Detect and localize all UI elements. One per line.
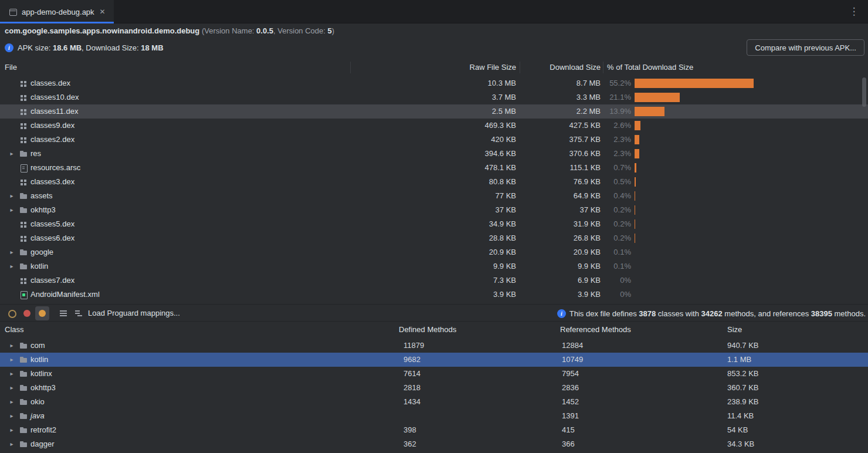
chevron-right-icon[interactable]: ▸ bbox=[8, 339, 16, 353]
download-percent-value: 0% bbox=[620, 288, 631, 302]
class-table-row[interactable]: ▸ retrofit2 398 415 54 KB bbox=[0, 423, 868, 437]
file-table-row[interactable]: ▸ google 20.9 KB 20.9 KB 0.1% bbox=[0, 245, 868, 259]
column-header-raw-file-size[interactable]: Raw File Size bbox=[470, 60, 516, 75]
download-percent-value: 2.3% bbox=[613, 133, 631, 147]
size-value: 1.1 MB bbox=[727, 353, 751, 367]
download-size-value: 64.9 KB bbox=[574, 189, 601, 203]
defined-methods-value: 398 bbox=[404, 423, 416, 437]
raw-file-size-value: 3.7 MB bbox=[492, 90, 516, 104]
classes-count: 3878 bbox=[639, 309, 656, 318]
info-icon: i bbox=[557, 309, 566, 318]
download-size-value: 9.9 KB bbox=[578, 259, 601, 273]
collapse-all-button[interactable] bbox=[72, 306, 86, 320]
chevron-right-icon[interactable]: ▸ bbox=[8, 395, 16, 409]
download-size-value: 18 MB bbox=[141, 43, 163, 52]
chevron-right-icon[interactable]: ▸ bbox=[8, 367, 16, 381]
file-table-row[interactable]: ▸ classes7.dex 7.3 KB 6.9 KB 0% bbox=[0, 273, 868, 288]
file-name: assets bbox=[30, 189, 53, 203]
file-table-row[interactable]: ▸ assets 77 KB 64.9 KB 0.4% bbox=[0, 189, 868, 203]
defined-methods-value: 9682 bbox=[404, 353, 421, 367]
chevron-right-icon[interactable]: ▸ bbox=[8, 423, 16, 437]
referenced-methods-value: 415 bbox=[562, 423, 575, 437]
show-referenced-toggle-button[interactable] bbox=[35, 306, 49, 320]
file-table-row[interactable]: ▸ classes6.dex 28.8 KB 26.8 KB 0.2% bbox=[0, 231, 868, 245]
class-package-name: com bbox=[30, 339, 45, 353]
class-table-row[interactable]: ▸ dagger 362 366 34.3 KB bbox=[0, 437, 868, 451]
chevron-right-icon[interactable]: ▸ bbox=[8, 147, 16, 161]
file-table-row[interactable]: ▸ okhttp3 37 KB 37 KB 0.2% bbox=[0, 203, 868, 217]
file-table-row[interactable]: ▸ kotlin 9.9 KB 9.9 KB 0.1% bbox=[0, 259, 868, 273]
dex-file-summary: i This dex file defines 3878 classes wit… bbox=[557, 305, 866, 322]
file-name: classes7.dex bbox=[30, 273, 74, 288]
column-header-referenced-methods[interactable]: Referenced Methods bbox=[560, 322, 631, 337]
arsc-icon bbox=[19, 163, 28, 173]
show-methods-toggle-button[interactable] bbox=[20, 306, 34, 320]
raw-file-size-value: 20.9 KB bbox=[489, 245, 516, 259]
class-package-name: java bbox=[30, 409, 45, 423]
expand-all-button[interactable] bbox=[56, 306, 70, 320]
column-header-percent-of-total[interactable]: % of Total Download Size bbox=[607, 60, 693, 75]
file-name: classes6.dex bbox=[30, 231, 74, 245]
more-options-icon[interactable]: ⋮ bbox=[847, 5, 861, 19]
chevron-right-icon[interactable]: ▸ bbox=[8, 353, 16, 367]
referenced-methods-value: 7954 bbox=[562, 367, 579, 381]
file-table-row[interactable]: ▸ res 394.6 KB 370.6 KB 2.3% bbox=[0, 147, 868, 161]
class-table-row[interactable]: ▸ okio 1434 1452 238.9 KB bbox=[0, 395, 868, 409]
column-header-class[interactable]: Class bbox=[5, 322, 24, 337]
column-header-download-size[interactable]: Download Size bbox=[550, 60, 601, 75]
percent-bar bbox=[635, 234, 635, 243]
column-header-size[interactable]: Size bbox=[727, 322, 742, 337]
column-header-defined-methods[interactable]: Defined Methods bbox=[399, 322, 456, 337]
folder-icon bbox=[19, 191, 28, 201]
download-size-value: 427.5 KB bbox=[569, 119, 601, 133]
chevron-right-icon[interactable]: ▸ bbox=[8, 437, 16, 451]
raw-file-size-value: 34.9 KB bbox=[489, 217, 516, 231]
tab-app-demo-debug-apk[interactable]: app-demo-debug.apk ✕ bbox=[0, 0, 114, 23]
class-table-row[interactable]: ▸ okhttp3 2818 2836 360.7 KB bbox=[0, 381, 868, 395]
version-code-value: 5 bbox=[328, 26, 332, 35]
file-table-row[interactable]: ▸ classes10.dex 3.7 MB 3.3 MB 21.1% bbox=[0, 90, 868, 104]
chevron-right-icon[interactable]: ▸ bbox=[8, 381, 16, 395]
file-table-row[interactable]: ▸ resources.arsc 478.1 KB 115.1 KB 0.7% bbox=[0, 161, 868, 175]
file-table-row[interactable]: ▸ classes5.dex 34.9 KB 31.9 KB 0.2% bbox=[0, 217, 868, 231]
raw-file-size-value: 10.3 MB bbox=[488, 76, 516, 90]
size-value: 11.4 KB bbox=[727, 409, 754, 423]
chevron-right-icon[interactable]: ▸ bbox=[8, 245, 16, 259]
column-header-file[interactable]: File bbox=[5, 60, 17, 75]
package-folder-icon bbox=[19, 411, 28, 421]
chevron-right-icon[interactable]: ▸ bbox=[8, 189, 16, 203]
load-proguard-mappings-action[interactable]: Load Proguard mappings... bbox=[88, 305, 180, 322]
file-name: classes.dex bbox=[30, 76, 70, 90]
file-table-row[interactable]: ▸ classes3.dex 80.8 KB 76.9 KB 0.5% bbox=[0, 175, 868, 189]
chevron-right-icon[interactable]: ▸ bbox=[8, 203, 16, 217]
raw-file-size-value: 420 KB bbox=[491, 133, 516, 147]
package-folder-icon bbox=[19, 383, 28, 393]
close-icon[interactable]: ✕ bbox=[100, 8, 106, 16]
file-table-row[interactable]: ▸ classes9.dex 469.3 KB 427.5 KB 2.6% bbox=[0, 119, 868, 133]
download-size-value: 6.9 KB bbox=[578, 273, 601, 288]
class-table-row[interactable]: ▸ com 11879 12884 940.7 KB bbox=[0, 339, 868, 353]
collapse-all-icon bbox=[74, 309, 83, 317]
percent-bar bbox=[635, 177, 636, 187]
file-name: classes5.dex bbox=[30, 217, 74, 231]
file-table-row[interactable]: ▸ AndroidManifest.xml 3.9 KB 3.9 KB 0% bbox=[0, 288, 868, 302]
dex-toolbar: Load Proguard mappings... i This dex fil… bbox=[0, 304, 868, 322]
file-name: kotlin bbox=[30, 259, 48, 273]
class-table-row[interactable]: ▸ kotlin 9682 10749 1.1 MB bbox=[0, 353, 868, 367]
file-table-row[interactable]: ▸ classes11.dex 2.5 MB 2.2 MB 13.9% bbox=[0, 104, 868, 119]
compare-with-previous-apk-button[interactable]: Compare with previous APK... bbox=[747, 39, 864, 56]
package-folder-icon bbox=[19, 440, 28, 449]
class-table-row[interactable]: ▸ kotlinx 7614 7954 853.2 KB bbox=[0, 367, 868, 381]
download-percent-value: 0.1% bbox=[613, 259, 631, 273]
show-fields-toggle-button[interactable] bbox=[5, 306, 19, 320]
chevron-right-icon[interactable]: ▸ bbox=[8, 409, 16, 423]
file-name: okhttp3 bbox=[30, 203, 56, 217]
file-table-row[interactable]: ▸ classes2.dex 420 KB 375.7 KB 2.3% bbox=[0, 133, 868, 147]
chevron-right-icon[interactable]: ▸ bbox=[8, 259, 16, 273]
percent-bar bbox=[635, 205, 635, 215]
download-size-value: 115.1 KB bbox=[569, 161, 601, 175]
defined-methods-value: 7614 bbox=[404, 367, 421, 381]
class-table-row[interactable]: ▸ java 1391 11.4 KB bbox=[0, 409, 868, 423]
file-table-row[interactable]: ▸ classes.dex 10.3 MB 8.7 MB 55.2% bbox=[0, 76, 868, 90]
vertical-scrollbar[interactable] bbox=[862, 77, 866, 107]
